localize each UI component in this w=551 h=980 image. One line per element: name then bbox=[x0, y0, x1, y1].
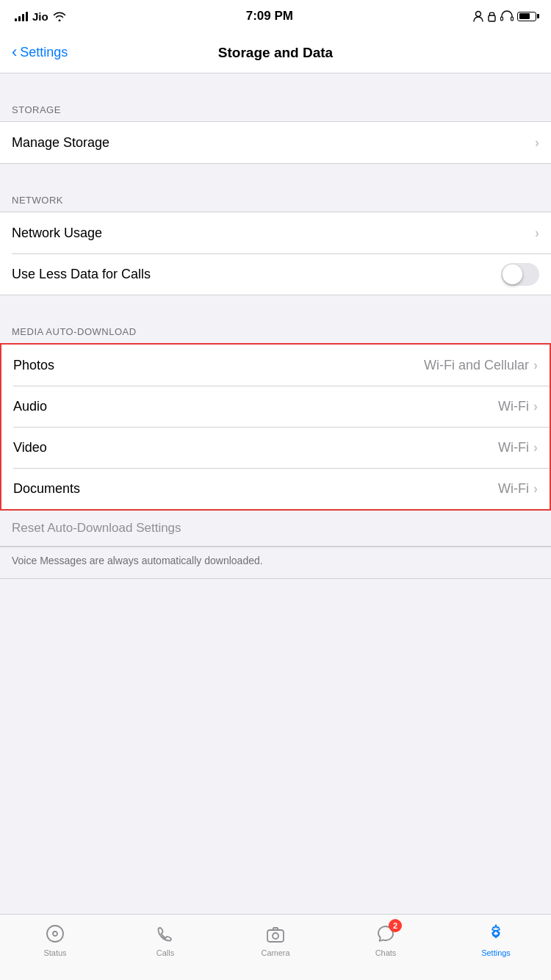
tab-calls[interactable]: Calls bbox=[110, 922, 220, 957]
person-icon bbox=[473, 10, 483, 22]
tab-settings[interactable]: Settings bbox=[441, 922, 551, 957]
spacer-1 bbox=[0, 73, 551, 91]
documents-item[interactable]: Documents Wi-Fi › bbox=[1, 468, 550, 509]
manage-storage-item[interactable]: Manage Storage › bbox=[0, 122, 551, 163]
footer-note-container: Voice Messages are always automatically … bbox=[0, 547, 551, 579]
network-usage-item[interactable]: Network Usage › bbox=[0, 212, 551, 253]
lock-icon bbox=[487, 10, 497, 22]
svg-point-7 bbox=[273, 933, 278, 939]
audio-value: Wi-Fi bbox=[498, 399, 529, 414]
use-less-data-label: Use Less Data for Calls bbox=[12, 267, 151, 282]
network-group: Network Usage › Use Less Data for Calls bbox=[0, 212, 551, 295]
signal-bars-icon bbox=[15, 11, 28, 21]
camera-tab-label: Camera bbox=[261, 948, 289, 957]
documents-label: Documents bbox=[13, 481, 80, 497]
chats-tab-label: Chats bbox=[375, 948, 397, 957]
photos-label: Photos bbox=[13, 358, 54, 373]
tab-camera[interactable]: Camera bbox=[220, 922, 331, 957]
media-section-header: MEDIA AUTO-DOWNLOAD bbox=[0, 313, 551, 343]
manage-storage-right: › bbox=[535, 135, 539, 151]
back-label[interactable]: Settings bbox=[20, 45, 68, 60]
storage-section-header: STORAGE bbox=[0, 91, 551, 121]
media-auto-download-group: Photos Wi-Fi and Cellular › Audio Wi-Fi … bbox=[0, 343, 551, 511]
tab-status[interactable]: Status bbox=[0, 922, 110, 957]
use-less-data-toggle[interactable] bbox=[501, 263, 539, 286]
nav-bar: ‹ Settings Storage and Data bbox=[0, 32, 551, 73]
calls-tab-label: Calls bbox=[156, 948, 174, 957]
svg-rect-6 bbox=[267, 930, 284, 942]
status-time: 7:09 PM bbox=[246, 9, 293, 24]
svg-point-4 bbox=[47, 926, 63, 942]
status-bar: Jio 7:09 PM bbox=[0, 0, 551, 32]
camera-tab-icon bbox=[264, 922, 287, 945]
svg-point-0 bbox=[476, 12, 481, 17]
calls-tab-icon bbox=[154, 922, 177, 945]
storage-group: Manage Storage › bbox=[0, 121, 551, 164]
documents-right: Wi-Fi › bbox=[498, 481, 538, 497]
network-usage-right: › bbox=[535, 226, 539, 241]
reset-auto-download-link[interactable]: Reset Auto-Download Settings bbox=[0, 511, 551, 547]
tab-chats[interactable]: 2 Chats bbox=[331, 922, 441, 957]
back-button[interactable]: ‹ Settings bbox=[12, 45, 68, 60]
back-chevron-icon: ‹ bbox=[12, 44, 17, 60]
status-right bbox=[473, 10, 536, 22]
use-less-data-item: Use Less Data for Calls bbox=[0, 253, 551, 295]
photos-item[interactable]: Photos Wi-Fi and Cellular › bbox=[1, 345, 550, 386]
network-section-header: NETWORK bbox=[0, 181, 551, 212]
chats-tab-icon: 2 bbox=[374, 922, 397, 945]
settings-tab-icon bbox=[484, 922, 508, 945]
network-usage-chevron-icon: › bbox=[535, 226, 539, 241]
photos-value: Wi-Fi and Cellular bbox=[424, 358, 529, 373]
video-chevron-icon: › bbox=[533, 440, 538, 455]
battery-icon bbox=[517, 12, 536, 21]
svg-point-5 bbox=[53, 932, 57, 936]
video-label: Video bbox=[13, 440, 47, 455]
svg-rect-3 bbox=[511, 17, 514, 21]
video-item[interactable]: Video Wi-Fi › bbox=[1, 427, 550, 468]
spacer-3 bbox=[0, 295, 551, 313]
photos-chevron-icon: › bbox=[533, 358, 538, 373]
network-usage-label: Network Usage bbox=[12, 226, 102, 241]
chats-badge: 2 bbox=[389, 919, 402, 932]
photos-right: Wi-Fi and Cellular › bbox=[424, 358, 538, 373]
video-value: Wi-Fi bbox=[498, 440, 529, 455]
toggle-knob bbox=[503, 264, 522, 284]
status-tab-label: Status bbox=[43, 948, 66, 957]
headphones-icon bbox=[500, 10, 514, 22]
svg-rect-1 bbox=[489, 15, 495, 21]
footer-note: Voice Messages are always automatically … bbox=[0, 547, 551, 578]
audio-chevron-icon: › bbox=[533, 399, 538, 414]
documents-chevron-icon: › bbox=[533, 481, 538, 497]
carrier-label: Jio bbox=[32, 10, 48, 23]
video-right: Wi-Fi › bbox=[498, 440, 538, 455]
status-tab-icon bbox=[43, 922, 67, 945]
wifi-icon bbox=[53, 11, 66, 21]
documents-value: Wi-Fi bbox=[498, 481, 529, 497]
status-left: Jio bbox=[15, 10, 66, 23]
settings-tab-label: Settings bbox=[481, 948, 511, 957]
spacer-2 bbox=[0, 164, 551, 181]
audio-right: Wi-Fi › bbox=[498, 399, 538, 414]
audio-item[interactable]: Audio Wi-Fi › bbox=[1, 386, 550, 427]
svg-rect-2 bbox=[501, 17, 503, 21]
page-title: Storage and Data bbox=[218, 45, 333, 61]
tab-bar: Status Calls Camera 2 Chats bbox=[0, 914, 551, 980]
manage-storage-label: Manage Storage bbox=[12, 135, 109, 151]
audio-label: Audio bbox=[13, 399, 47, 414]
manage-storage-chevron-icon: › bbox=[535, 135, 539, 151]
